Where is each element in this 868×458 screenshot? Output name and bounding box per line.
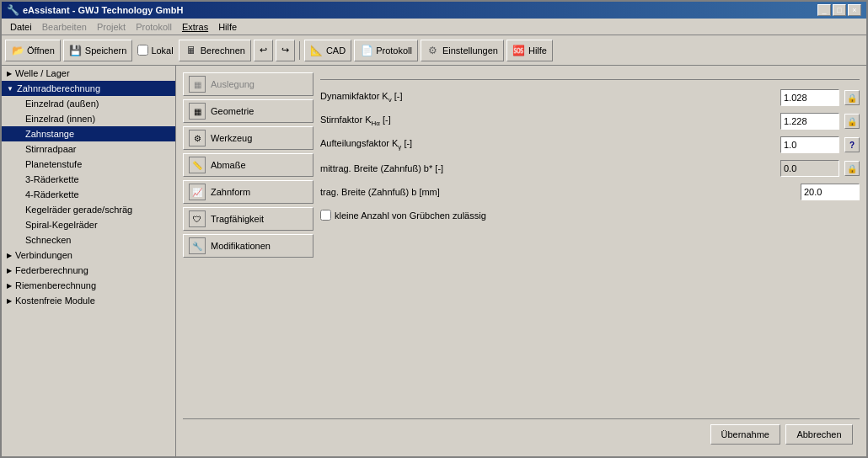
sidebar-item-schnecken[interactable]: Schnecken	[2, 232, 175, 248]
left-panel: ▦ Auslegung ▦ Geometrie ⚙ Werkzeug 📏 Abm…	[183, 72, 313, 418]
sidebar-group-welle: ▶ Welle / Lager	[2, 66, 175, 81]
werkzeug-button[interactable]: ⚙ Werkzeug	[183, 126, 313, 150]
cad-icon: 📐	[310, 44, 324, 57]
window-controls: _ □ ×	[817, 4, 861, 16]
arrow-right-icon-v: ▶	[7, 252, 12, 259]
form-row-trag: trag. Breite (Zahnfuß) b [mm]	[320, 183, 860, 201]
sidebar-group-header-riemen[interactable]: ▶ Riemenberechnung	[2, 278, 175, 293]
sidebar-group-header-welle[interactable]: ▶ Welle / Lager	[2, 66, 175, 81]
cancel-button[interactable]: Abbrechen	[785, 424, 853, 445]
open-icon: 📂	[11, 44, 24, 57]
tragfahigkeit-icon: 🛡	[189, 210, 206, 227]
calculate-icon: 🖩	[185, 44, 198, 57]
aufteilung-help[interactable]: ?	[844, 137, 860, 152]
mittrag-lock[interactable]: 🔒	[844, 161, 860, 176]
menu-bar: Datei Bearbeiten Projekt Protokoll Extra…	[2, 19, 866, 35]
sidebar-group-header-zahnrad[interactable]: ▼ Zahnradberechnung	[2, 81, 175, 96]
window-title: eAssistant - GWJ Technology GmbH	[23, 5, 184, 15]
auslegung-button[interactable]: ▦ Auslegung	[183, 72, 313, 96]
stirnfaktor-input[interactable]	[780, 113, 839, 130]
right-panel: Dynamikfaktor Kv [-] 🔒 Stirnfaktor KHα […	[320, 72, 860, 418]
save-button[interactable]: 💾 Speichern	[63, 40, 133, 61]
sidebar-item-4raederkette[interactable]: 4-Räderkette	[2, 187, 175, 202]
sidebar-group-riemen: ▶ Riemenberechnung	[2, 278, 175, 293]
local-checkbox-container: Lokal	[137, 45, 173, 56]
zahnform-button[interactable]: 📈 Zahnform	[183, 180, 313, 204]
sidebar-group-zahnrad: ▼ Zahnradberechnung Einzelrad (außen) Ei…	[2, 81, 175, 248]
sidebar-item-planetenstufe[interactable]: Planetenstufe	[2, 157, 175, 172]
menu-extras[interactable]: Extras	[177, 20, 213, 34]
auslegung-icon: ▦	[189, 76, 206, 93]
menu-protokoll[interactable]: Protokoll	[131, 20, 177, 34]
sidebar-item-zahnstange[interactable]: Zahnstange	[2, 126, 175, 141]
werkzeug-icon: ⚙	[189, 130, 206, 146]
stirnfaktor-lock[interactable]: 🔒	[844, 114, 860, 129]
tragfahigkeit-button[interactable]: 🛡 Tragfähigkeit	[183, 207, 313, 231]
sidebar-item-3raederkette[interactable]: 3-Räderkette	[2, 172, 175, 187]
cad-button[interactable]: 📐 CAD	[304, 40, 351, 61]
aufteilung-input[interactable]	[780, 136, 839, 153]
modifikationen-button[interactable]: 🔧 Modifikationen	[183, 234, 313, 258]
grubchen-checkbox[interactable]	[320, 210, 331, 221]
redo-button[interactable]: ↪	[276, 40, 295, 61]
sidebar-item-einzelrad-aussen[interactable]: Einzelrad (außen)	[2, 96, 175, 111]
sidebar-group-header-verbindungen[interactable]: ▶ Verbindungen	[2, 248, 175, 263]
arrow-down-icon: ▼	[7, 85, 13, 93]
calculate-button[interactable]: 🖩 Berechnen	[179, 40, 251, 61]
arrow-right-icon-k: ▶	[7, 297, 12, 305]
sidebar-item-kegelraeder[interactable]: Kegelräder gerade/schräg	[2, 202, 175, 217]
toolbar: 📂 Öffnen 💾 Speichern Lokal 🖩 Berechnen ↩…	[2, 35, 866, 66]
menu-bearbeiten[interactable]: Bearbeiten	[37, 20, 92, 34]
main-window: 🔧 eAssistant - GWJ Technology GmbH _ □ ×…	[0, 0, 868, 458]
sidebar: ▶ Welle / Lager ▼ Zahnradberechnung Einz…	[2, 66, 176, 456]
mittrag-input[interactable]	[780, 160, 839, 177]
title-bar: 🔧 eAssistant - GWJ Technology GmbH _ □ ×	[2, 2, 866, 19]
main-area: ▶ Welle / Lager ▼ Zahnradberechnung Einz…	[2, 66, 866, 456]
minimize-button[interactable]: _	[817, 4, 831, 16]
settings-icon: ⚙	[426, 44, 440, 57]
abmasse-button[interactable]: 📏 Abmaße	[183, 153, 313, 177]
arrow-right-icon-f: ▶	[7, 267, 12, 274]
dynamikfaktor-label: Dynamikfaktor Kv [-]	[320, 91, 775, 104]
checkbox-row: kleine Anzahl von Grübchen zulässig	[320, 210, 860, 221]
undo-button[interactable]: ↩	[254, 40, 273, 61]
arrow-right-icon: ▶	[7, 70, 12, 77]
form-row-mittrag: mittrag. Breite (Zahnfuß) b* [-] 🔒	[320, 159, 860, 178]
help-button[interactable]: 🆘 Hilfe	[506, 40, 553, 61]
open-button[interactable]: 📂 Öffnen	[5, 40, 61, 61]
dynamikfaktor-input[interactable]	[780, 89, 839, 106]
form-row-dynamikfaktor: Dynamikfaktor Kv [-] 🔒	[320, 88, 860, 107]
stirnfaktor-label: Stirnfaktor KHα [-]	[320, 114, 775, 127]
form-row-aufteilung: Aufteilungsfaktor Kγ [-] ?	[320, 136, 860, 154]
grubchen-label: kleine Anzahl von Grübchen zulässig	[335, 210, 486, 221]
abmasse-icon: 📏	[189, 157, 206, 173]
geometrie-button[interactable]: ▦ Geometrie	[183, 99, 313, 123]
bottom-bar: Übernahme Abbrechen	[183, 418, 860, 450]
mittrag-label: mittrag. Breite (Zahnfuß) b* [-]	[320, 163, 775, 173]
protocol-icon: 📄	[360, 44, 373, 57]
top-divider	[320, 79, 860, 80]
protocol-button[interactable]: 📄 Protokoll	[354, 40, 418, 61]
sidebar-item-spiral-kegelraeder[interactable]: Spiral-Kegelräder	[2, 217, 175, 232]
aufteilung-label: Aufteilungsfaktor Kγ [-]	[320, 138, 775, 151]
sidebar-item-stirnradpaar[interactable]: Stirnradpaar	[2, 141, 175, 157]
form-row-stirnfaktor: Stirnfaktor KHα [-] 🔒	[320, 112, 860, 130]
close-button[interactable]: ×	[848, 4, 861, 16]
local-checkbox[interactable]	[137, 45, 148, 56]
sidebar-item-einzelrad-innen[interactable]: Einzelrad (innen)	[2, 111, 175, 126]
geometrie-icon: ▦	[189, 103, 206, 120]
menu-datei[interactable]: Datei	[5, 20, 37, 34]
sidebar-group-header-feder[interactable]: ▶ Federberechnung	[2, 263, 175, 278]
toolbar-separator	[299, 41, 300, 60]
trag-input[interactable]	[801, 184, 860, 200]
help-icon: 🆘	[512, 44, 526, 57]
menu-projekt[interactable]: Projekt	[92, 20, 131, 34]
accept-button[interactable]: Übernahme	[710, 424, 780, 445]
menu-hilfe[interactable]: Hilfe	[213, 20, 242, 34]
sidebar-group-header-kostenfreie[interactable]: ▶ Kostenfreie Module	[2, 293, 175, 308]
maximize-button[interactable]: □	[833, 4, 846, 16]
dynamikfaktor-lock[interactable]: 🔒	[844, 90, 860, 105]
zahnform-icon: 📈	[189, 184, 206, 200]
content-area: ▦ Auslegung ▦ Geometrie ⚙ Werkzeug 📏 Abm…	[176, 66, 866, 456]
settings-button[interactable]: ⚙ Einstellungen	[421, 40, 504, 61]
